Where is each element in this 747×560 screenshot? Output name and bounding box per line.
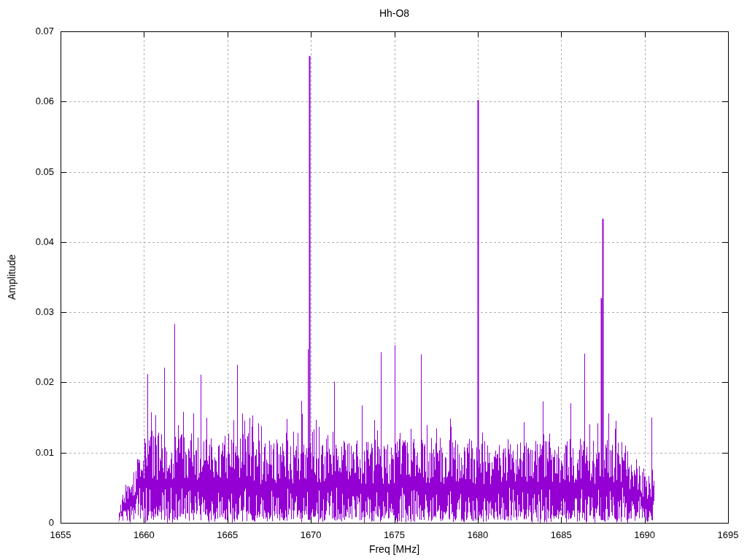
y-tick-label: 0.05 bbox=[0, 166, 54, 178]
x-tick-label: 1665 bbox=[198, 529, 257, 541]
x-tick-label: 1655 bbox=[31, 529, 90, 541]
x-tick-label: 1675 bbox=[365, 529, 424, 541]
y-tick-label: 0.04 bbox=[0, 236, 54, 248]
y-tick-label: 0.02 bbox=[0, 376, 54, 388]
x-tick-label: 1680 bbox=[449, 529, 507, 541]
x-tick-label: 1670 bbox=[282, 529, 340, 541]
spectrum-chart: Hh-O8 Amplitude Freq [MHz] 00.010.020.03… bbox=[0, 0, 747, 560]
y-tick-label: 0.06 bbox=[0, 96, 54, 107]
plot-canvas bbox=[0, 0, 747, 560]
y-tick-label: 0 bbox=[0, 517, 54, 529]
x-tick-label: 1690 bbox=[616, 529, 674, 541]
y-tick-label: 0.07 bbox=[0, 26, 54, 37]
x-tick-label: 1695 bbox=[699, 529, 747, 541]
y-tick-label: 0.01 bbox=[0, 447, 54, 459]
x-axis-label: Freq [MHz] bbox=[61, 543, 728, 555]
y-axis-label: Amplitude bbox=[6, 254, 18, 300]
y-tick-label: 0.03 bbox=[0, 306, 54, 318]
x-tick-label: 1660 bbox=[115, 529, 173, 541]
chart-title: Hh-O8 bbox=[61, 7, 728, 19]
x-tick-label: 1685 bbox=[532, 529, 590, 541]
